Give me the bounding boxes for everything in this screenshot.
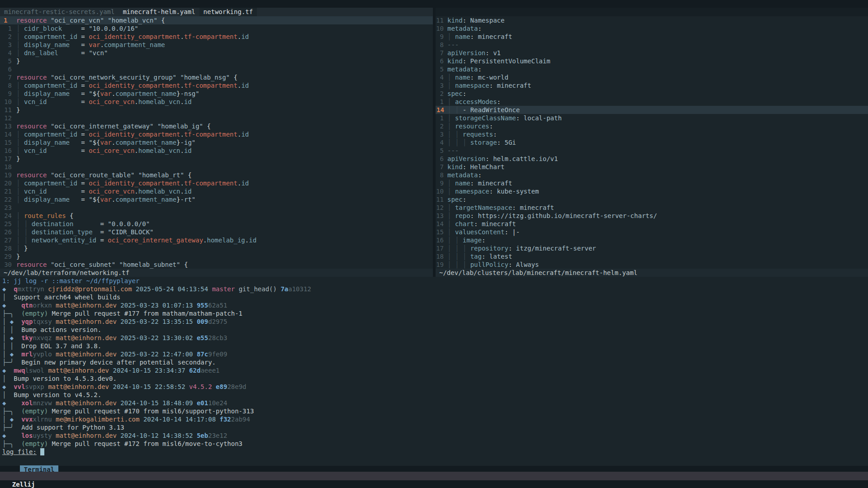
code-line[interactable]: 16│ vcn_id = oci_core_vcn.homelab_vcn.id: [0, 147, 433, 155]
code-line[interactable]: 14│ │ - ReadWriteOnce: [436, 106, 868, 114]
code-line[interactable]: 24│ route_rules {: [0, 212, 433, 220]
code-line[interactable]: 16│ │ image:: [436, 236, 868, 244]
code-line[interactable]: 9│ display_name = "${var.compartment_nam…: [0, 90, 433, 98]
code-line[interactable]: 22│ display_name = "${var.compartment_na…: [0, 195, 433, 204]
code-line[interactable]: 17│ │ │ repository: itzg/minecraft-serve…: [436, 244, 868, 252]
code-line[interactable]: 8│ compartment_id = oci_identity_compart…: [0, 81, 433, 90]
code-line[interactable]: 25│ │ destination = "0.0.0.0/0": [0, 220, 433, 228]
terminal-pane[interactable]: 1: jj log -r ::master ~/d/ffpyplayer ◆ q…: [0, 277, 868, 466]
terminal-line: │ ◆ vvxxlrnu me@mirkogalimberti.com 2024…: [2, 415, 868, 423]
code-line[interactable]: 3│ namespace: minecraft: [436, 81, 868, 90]
code-line[interactable]: 18│ │ │ tag: latest: [436, 252, 868, 261]
code-line[interactable]: 7resource "oci_core_network_security_gro…: [0, 73, 433, 81]
code-line[interactable]: 23: [0, 204, 433, 212]
code-line[interactable]: 9│ name: minecraft: [436, 33, 868, 41]
code-line[interactable]: 4│ │ │ storage: 5Gi: [436, 138, 868, 147]
code-line[interactable]: 28│ }: [0, 244, 433, 252]
line-number: 10: [436, 24, 447, 33]
editor-pane-networking-tf[interactable]: minecraft-restic-secrets.yamlminecraft-h…: [0, 8, 433, 277]
code-line[interactable]: 13resource "oci_core_internet_gateway" "…: [0, 122, 433, 130]
line-number: 5: [436, 65, 447, 73]
code-line[interactable]: 5}: [0, 57, 433, 65]
code-line[interactable]: 19resource "oci_core_route_table" "homel…: [0, 171, 433, 179]
buffer-tab[interactable]: networking.tf: [199, 8, 257, 16]
line-number: 15: [436, 228, 447, 236]
code-line[interactable]: 10│ vcn_id = oci_core_vcn.homelab_vcn.id: [0, 98, 433, 106]
line-number: 3: [0, 41, 16, 49]
code-line[interactable]: 2│ compartment_id = oci_identity_compart…: [0, 33, 433, 41]
code-line[interactable]: 1resource "oci_core_vcn" "homelab_vcn" {: [0, 16, 433, 24]
code-line[interactable]: 27│ │ network_entity_id = oci_core_inter…: [0, 236, 433, 244]
line-number: 11: [436, 195, 447, 204]
code-line[interactable]: 3│ display_name = var.compartment_name: [0, 41, 433, 49]
code-line[interactable]: 4│ dns_label = "vcn": [0, 49, 433, 57]
code-line[interactable]: 21│ vcn_id = oci_core_vcn.homelab_vcn.id: [0, 187, 433, 195]
code-line[interactable]: 5---: [436, 147, 868, 155]
code-line[interactable]: 7kind: HelmChart: [436, 163, 868, 171]
code-line[interactable]: 10│ namespace: kube-system: [436, 187, 868, 195]
code-line[interactable]: 1│ storageClassName: local-path: [436, 114, 868, 122]
line-number: 14: [436, 220, 447, 228]
buffer-tab[interactable]: minecraft-restic-secrets.yaml: [0, 8, 119, 16]
code-line[interactable]: 7apiVersion: v1: [436, 49, 868, 57]
code-line[interactable]: 15│ display_name = "${var.compartment_na…: [0, 138, 433, 147]
code-line[interactable]: 11}: [0, 106, 433, 114]
line-number: 18: [436, 252, 447, 261]
code-line[interactable]: 17}: [0, 155, 433, 163]
code-line[interactable]: 1│ cidr_block = "10.0.0.0/16": [0, 24, 433, 33]
editor-pane-minecraft-helm-yaml[interactable]: 11kind: Namespace10metadata:9│ name: min…: [436, 8, 868, 277]
line-number: 19: [0, 171, 16, 179]
code-line[interactable]: 11kind: Namespace: [436, 16, 868, 24]
code-line[interactable]: 14│ compartment_id = oci_identity_compar…: [0, 130, 433, 138]
line-number: 16: [436, 236, 447, 244]
code-line[interactable]: 12: [0, 114, 433, 122]
code-line[interactable]: 11spec:: [436, 195, 868, 204]
terminal-line: │ Support aarch64 wheel builds: [2, 293, 868, 301]
line-number: 21: [0, 187, 16, 195]
line-number: 9: [0, 90, 16, 98]
code-line[interactable]: 13│ repo: https://itzg.github.io/minecra…: [436, 212, 868, 220]
code-line[interactable]: 4│ name: mc-world: [436, 73, 868, 81]
line-number: 1: [0, 16, 16, 24]
code-line[interactable]: 2│ resources:: [436, 122, 868, 130]
buffer-tab[interactable]: minecraft-helm.yaml: [119, 8, 199, 16]
code-line[interactable]: 2spec:: [436, 90, 868, 98]
terminal-line: ◆ xolmnzvw matt@einhorn.dev 2024-10-15 1…: [2, 399, 868, 407]
code-line[interactable]: 6kind: PersistentVolumeClaim: [436, 57, 868, 65]
terminal-line: │ ◆ tkynxvqz matt@einhorn.dev 2025-03-22…: [2, 334, 868, 342]
line-number: 3: [436, 130, 447, 138]
pane-ribbon: Terminal bash: [0, 457, 58, 465]
line-number: 7: [0, 73, 16, 81]
code-line[interactable]: 18: [0, 163, 433, 171]
terminal-line: ├─╯ Begin new primary device after poten…: [2, 358, 868, 366]
code-line[interactable]: 14│ chart: minecraft: [436, 220, 868, 228]
code-line[interactable]: 30resource "oci_core_subnet" "homelab_su…: [0, 261, 433, 269]
code-line[interactable]: 1│ accessModes:: [436, 98, 868, 106]
code-line[interactable]: 29}: [0, 252, 433, 261]
code-line[interactable]: 3│ │ requests:: [436, 130, 868, 138]
line-number: 28: [0, 244, 16, 252]
code-line[interactable]: 26│ │ destination_type = "CIDR_BLOCK": [0, 228, 433, 236]
line-number: 1: [436, 98, 447, 106]
zellij-status-bar: Zellij LOCKED Tab #1Tab #2Tab #3Tab #4: [0, 472, 868, 480]
code-line[interactable]: 15│ valuesContent: |-: [436, 228, 868, 236]
code-line[interactable]: 12│ targetNamespace: minecraft: [436, 204, 868, 212]
line-number: 1: [436, 114, 447, 122]
statusline-right: ~/dev/lab/clusters/lab/minecraft/minecra…: [436, 269, 868, 277]
code-line[interactable]: 19│ │ │ pullPolicy: Always: [436, 261, 868, 269]
code-line[interactable]: 8metadata:: [436, 171, 868, 179]
code-line[interactable]: 8---: [436, 41, 868, 49]
code-line[interactable]: 5metadata:: [436, 65, 868, 73]
line-number: 23: [0, 204, 16, 212]
code-line[interactable]: 9│ name: minecraft: [436, 179, 868, 187]
line-number: 27: [0, 236, 16, 244]
code-line[interactable]: 6apiVersion: helm.cattle.io/v1: [436, 155, 868, 163]
line-number: 5: [436, 147, 447, 155]
terminal-line: │ Bump version to 4.5.3.dev0.: [2, 374, 868, 383]
code-line[interactable]: 10metadata:: [436, 24, 868, 33]
code-line[interactable]: 20│ compartment_id = oci_identity_compar…: [0, 179, 433, 187]
code-area-right: 11kind: Namespace10metadata:9│ name: min…: [436, 16, 868, 269]
line-number: 12: [436, 204, 447, 212]
line-number: 3: [436, 81, 447, 90]
code-line[interactable]: 6: [0, 65, 433, 73]
